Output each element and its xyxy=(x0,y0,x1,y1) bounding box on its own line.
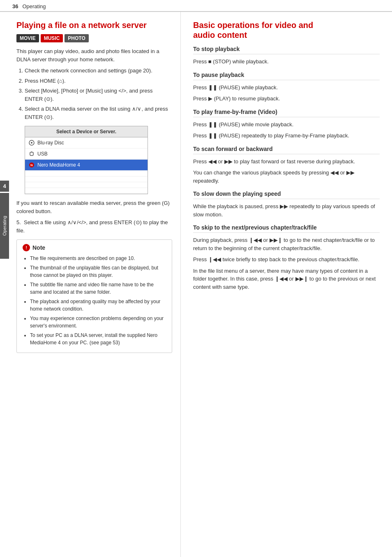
frame-line-0: Press ❚❚ (PAUSE) while movie playback. xyxy=(193,121,380,129)
device-box-title: Select a Device or Server. xyxy=(25,126,148,137)
device-item-usb: USB xyxy=(25,149,148,160)
subsection-frame: To play frame-by-frame (Video) xyxy=(193,109,380,115)
right-section-title: Basic operations for video and audio con… xyxy=(193,20,380,40)
divider-pause xyxy=(193,80,380,80)
divider-stop xyxy=(193,54,380,54)
right-column: Basic operations for video and audio con… xyxy=(181,12,392,557)
skip-line-0: During playback, press ❙◀◀ or ▶▶❙ to go … xyxy=(193,236,380,252)
note-item-0: The file requirements are described on p… xyxy=(30,255,166,262)
svg-point-1 xyxy=(31,142,32,144)
side-label: Operating xyxy=(0,193,9,259)
note-header: ! Note xyxy=(23,244,166,251)
device-item-nero: N Nero MediaHome 4 xyxy=(25,160,148,171)
steps-list: Check the network connection and setting… xyxy=(16,67,172,194)
skip-line-2: In the file list menu of a server, there… xyxy=(193,267,380,291)
note-title: Note xyxy=(32,244,45,251)
pause-line-0: Press ❚❚ (PAUSE) while playback. xyxy=(193,84,380,92)
device-item-bluray: Blu-ray Disc xyxy=(25,137,148,149)
page-title-top: Operating xyxy=(22,3,46,9)
note-item-5: To set your PC as a DLNA server, install… xyxy=(30,332,166,346)
svg-rect-2 xyxy=(30,152,33,155)
pause-line-1: Press ▶ (PLAY) to resume playback. xyxy=(193,95,380,103)
side-number: 4 xyxy=(0,181,9,192)
main-content: 4 Operating Playing a file on a network … xyxy=(0,12,392,557)
skip-line-1: Press ❙◀◀ twice briefly to step back to … xyxy=(193,255,380,264)
section-scan: To scan forward or backward Press ◀◀ or … xyxy=(193,146,380,185)
subsection-stop: To stop playback xyxy=(193,46,380,52)
step-2: Press HOME (⌂). xyxy=(25,77,172,85)
svg-text:N: N xyxy=(30,163,33,167)
device-empty-1 xyxy=(25,171,148,176)
top-bar: 36 Operating xyxy=(0,0,392,12)
note-item-1: The thumbnail of the unplayable files ca… xyxy=(30,264,166,279)
step-3: Select [Movie], [Photo] or [Music] using… xyxy=(25,87,172,103)
badge-row: MOVIE MUSIC PHOTO xyxy=(16,34,172,42)
section-stop: To stop playback Press ■ (STOP) while pl… xyxy=(193,46,380,66)
badge-photo: PHOTO xyxy=(65,34,88,42)
usb-icon xyxy=(28,151,35,157)
stop-line-0: Press ■ (STOP) while playback. xyxy=(193,58,380,66)
page-number: 36 xyxy=(12,3,18,9)
section-pause: To pause playback Press ❚❚ (PAUSE) while… xyxy=(193,72,380,103)
divider-slow xyxy=(193,199,380,199)
page-wrapper: 36 Operating 4 Operating Playing a file … xyxy=(0,0,392,557)
nero-icon: N xyxy=(28,162,35,168)
section-frame: To play frame-by-frame (Video) Press ❚❚ … xyxy=(193,109,380,140)
note-icon: ! xyxy=(23,244,30,251)
divider-skip xyxy=(193,232,380,233)
subsection-skip: To skip to the next/previous chapter/tra… xyxy=(193,224,380,231)
badge-movie: MOVIE xyxy=(16,34,39,42)
section-slow: To slow down the playing speed While the… xyxy=(193,190,380,218)
divider-frame xyxy=(193,117,380,117)
device-empty-3 xyxy=(25,182,148,188)
rescan-text: If you want to rescan available media se… xyxy=(16,199,172,215)
subsection-scan: To scan forward or backward xyxy=(193,146,380,152)
slow-line-0: While the playback is paused, press ▶▶ r… xyxy=(193,202,380,218)
scan-line-0: Press ◀◀ or ▶▶ to play fast forward or f… xyxy=(193,158,380,166)
left-section-title: Playing a file on a network server xyxy=(16,20,172,30)
note-item-3: The playback and operating quality may b… xyxy=(30,298,166,313)
note-list: The file requirements are described on p… xyxy=(23,255,166,346)
badge-music: MUSIC xyxy=(41,34,63,42)
intro-text: This player can play video, audio and ph… xyxy=(16,47,172,63)
section-skip: To skip to the next/previous chapter/tra… xyxy=(193,224,380,291)
subsection-slow: To slow down the playing speed xyxy=(193,190,380,197)
step-1: Check the network connection and setting… xyxy=(25,67,172,75)
subsection-pause: To pause playback xyxy=(193,72,380,78)
step5-text: 5. Select a file using ∧/∨/</>, and pres… xyxy=(16,218,172,234)
frame-line-1: Press ❚❚ (PAUSE) repeatedly to play Fram… xyxy=(193,132,380,140)
scan-line-1: You can change the various playback spee… xyxy=(193,169,380,185)
disc-icon xyxy=(28,139,35,146)
left-column: Playing a file on a network server MOVIE… xyxy=(0,12,181,557)
note-item-2: The subtitle file name and video file na… xyxy=(30,281,166,296)
device-box: Select a Device or Server. Blu-ray Disc xyxy=(25,126,148,194)
device-empty-4 xyxy=(25,188,148,194)
divider-scan xyxy=(193,154,380,154)
note-item-4: You may experience connection problems d… xyxy=(30,315,166,330)
step-4: Select a DLNA media server on the list u… xyxy=(25,105,172,194)
device-empty-2 xyxy=(25,176,148,182)
note-box: ! Note The file requirements are describ… xyxy=(16,239,172,353)
